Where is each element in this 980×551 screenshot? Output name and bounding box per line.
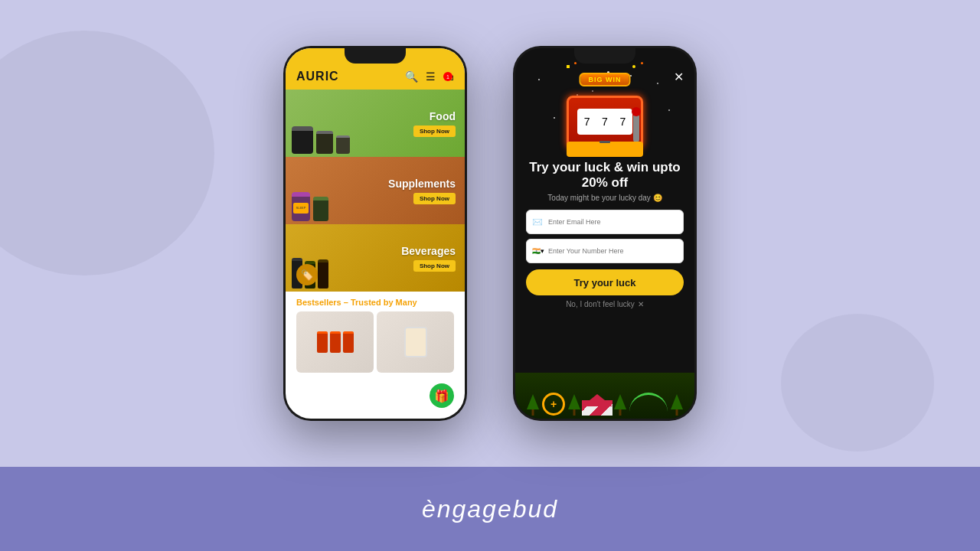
auric-logo: AURIC	[296, 70, 339, 83]
left-phone: AURIC 🔍 ☰ 🛍 1	[283, 46, 467, 421]
slot-reel-3: 7	[616, 111, 630, 132]
beverages-shop-now[interactable]: Shop Now	[413, 260, 456, 272]
product-card-inner-1	[296, 311, 374, 373]
slot-reel-1: 7	[580, 111, 594, 132]
tree-2	[568, 394, 580, 416]
email-input[interactable]	[526, 210, 684, 234]
tree-3	[614, 394, 626, 416]
supplements-banner[interactable]: SLEEP Supplements Shop Now	[286, 157, 465, 224]
gift-button[interactable]: 🎁	[430, 383, 454, 408]
email-icon: ✉️	[532, 217, 543, 227]
slot-sign: BIG WIN	[580, 73, 631, 86]
bestsellers-title: Bestsellers – Trusted by Many	[296, 298, 454, 307]
slot-reel-2: 7	[597, 111, 612, 132]
auric-header-icons: 🔍 ☰ 🛍 1	[405, 70, 454, 83]
shop-content: Food Shop Now SLEEP Suppl	[286, 90, 465, 419]
popup-subtext: Today might be your lucky day 😊	[547, 194, 662, 202]
coin-slot	[599, 141, 610, 143]
slot-base	[567, 142, 643, 157]
product-card-1[interactable]	[296, 311, 374, 373]
decline-text: No, I don't feel lucky	[566, 300, 635, 308]
roller-coaster	[629, 393, 668, 416]
supplements-shop-now[interactable]: Shop Now	[413, 193, 456, 204]
product-card-2[interactable]	[377, 311, 454, 373]
food-shop-now[interactable]: Shop Now	[413, 126, 456, 137]
carnival-tent	[582, 394, 612, 416]
bg-blob-left	[0, 31, 214, 276]
footer: èngagebud	[0, 467, 980, 551]
cart-icon[interactable]: 🛍 1	[443, 70, 454, 83]
main-bg: AURIC 🔍 ☰ 🛍 1	[0, 0, 980, 467]
popup-heading: Try your luck & win upto 20% off	[515, 160, 694, 191]
popup-close-button[interactable]: ✕	[674, 70, 684, 84]
beverages-banner-text: Beverages Shop Now	[401, 245, 456, 272]
tree-1	[527, 394, 539, 416]
decline-link[interactable]: No, I don't feel lucky ✕	[566, 300, 644, 308]
phone-input[interactable]	[526, 239, 684, 263]
supplements-banner-title: Supplements	[388, 178, 456, 190]
phone-notch	[345, 48, 406, 64]
bg-blob-right	[781, 314, 934, 452]
phone-input-wrapper: 🇮🇳▾	[526, 239, 684, 263]
supplements-banner-text: Supplements Shop Now	[388, 178, 456, 204]
supp-products: SLEEP	[292, 192, 328, 221]
food-banner[interactable]: Food Shop Now	[286, 90, 465, 157]
cart-badge: 1	[443, 72, 452, 81]
slot-reels: 7 7 7	[577, 109, 632, 135]
phones-container: AURIC 🔍 ☰ 🛍 1	[283, 46, 697, 421]
popup-content: BIG WIN 7 7 7	[515, 48, 694, 419]
coupon-icon[interactable]: 🏷️	[296, 264, 318, 285]
food-banner-title: Food	[413, 110, 456, 122]
beverages-banner-title: Beverages	[401, 245, 456, 257]
slot-machine: BIG WIN 7 7 7	[559, 73, 651, 157]
right-phone-screen: ✕ BIG WIN 7 7	[515, 48, 694, 419]
tree-4	[671, 394, 683, 416]
email-input-wrapper: ✉️	[526, 210, 684, 234]
decline-icon: ✕	[638, 300, 644, 308]
product-grid	[296, 307, 454, 377]
ferris-wheel	[542, 393, 565, 416]
popup-form: ✉️ 🇮🇳▾ Try your luck	[515, 210, 694, 295]
carnival-bottom	[515, 373, 694, 419]
search-icon[interactable]: 🔍	[405, 70, 418, 83]
slot-handle	[633, 112, 639, 142]
bestsellers-section: Bestsellers – Trusted by Many	[286, 292, 465, 383]
food-banner-text: Food Shop Now	[413, 110, 456, 137]
left-phone-screen: AURIC 🔍 ☰ 🛍 1	[286, 48, 465, 419]
right-phone: ✕ BIG WIN 7 7	[513, 46, 697, 421]
product-card-inner-2	[377, 311, 454, 373]
try-luck-button[interactable]: Try your luck	[526, 269, 684, 295]
food-products	[292, 126, 350, 154]
right-phone-notch	[574, 48, 635, 64]
footer-brand: èngagebud	[422, 495, 558, 523]
flag-icon: 🇮🇳▾	[532, 247, 544, 255]
menu-icon[interactable]: ☰	[426, 70, 436, 83]
